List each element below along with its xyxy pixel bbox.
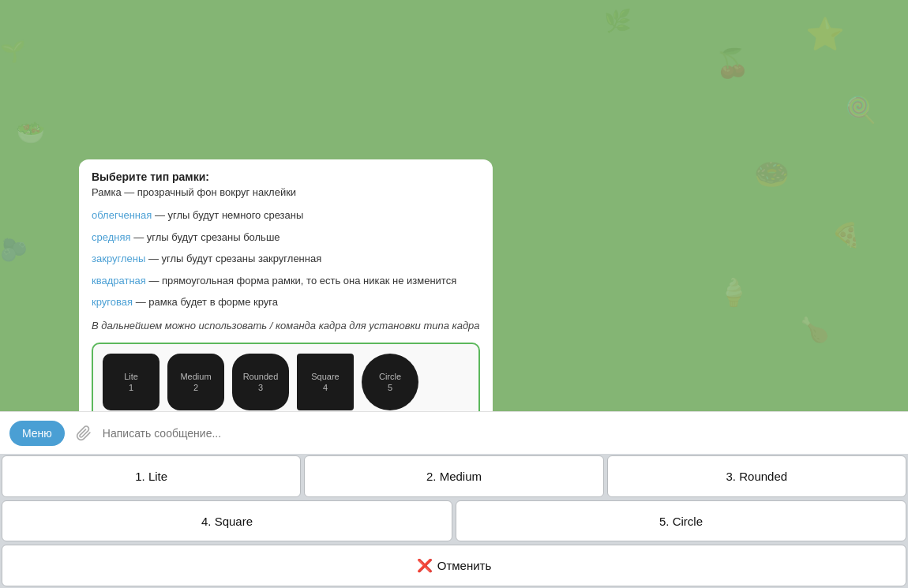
lite-button[interactable]: 1. Lite: [2, 455, 301, 497]
line-2-text: — углы будут срезаны больше: [133, 231, 280, 243]
bubble-line-1: облегченная — углы будут немного срезаны: [92, 208, 480, 223]
link-lite: облегченная: [92, 209, 152, 221]
keyboard-row-2: 4. Square 5. Circle: [0, 499, 908, 544]
line-1-text: — углы будут немного срезаны: [155, 209, 303, 221]
message-container: 🐵 Выберите тип рамки: Рамка — прозрачный…: [44, 159, 550, 448]
sticker-medium: Medium 2: [167, 354, 224, 410]
cancel-button[interactable]: ❌ Отменить: [2, 545, 906, 586]
sticker-preview: Lite 1 Medium 2 Rounded 3: [92, 343, 480, 421]
bubble-subtitle: Рамка — прозрачный фон вокруг наклейки: [92, 186, 480, 198]
message-input[interactable]: [103, 427, 899, 440]
sticker-lite-shape: Lite 1: [103, 354, 159, 410]
sticker-circle: Circle 5: [362, 354, 418, 410]
chat-area: 🐵 Выберите тип рамки: Рамка — прозрачный…: [0, 0, 908, 454]
bubble-line-4: квадратная — прямоугольная форма рамки, …: [92, 273, 480, 289]
link-rounded: закруглены: [92, 253, 145, 264]
cancel-icon: ❌: [417, 558, 433, 573]
sticker-rounded-shape: Rounded 3: [232, 354, 289, 410]
bubble-title: Выберите тип рамки:: [92, 170, 480, 183]
sticker-medium-shape: Medium 2: [167, 354, 224, 410]
message-bubble: Выберите тип рамки: Рамка — прозрачный ф…: [79, 159, 493, 448]
keyboard-row-1: 1. Lite 2. Medium 3. Rounded: [0, 454, 908, 499]
sticker-square: Square 4: [297, 354, 354, 410]
bubble-line-5: круговая — рамка будет в форме круга: [92, 294, 480, 310]
medium-button[interactable]: 2. Medium: [304, 455, 603, 497]
sticker-rounded: Rounded 3: [232, 354, 289, 410]
link-medium: средняя: [92, 231, 131, 243]
input-bar: Меню: [0, 411, 908, 454]
bubble-line-3: закруглены — углы будут срезаны закругле…: [92, 251, 480, 267]
circle-button[interactable]: 5. Circle: [456, 500, 906, 542]
sticker-lite: Lite 1: [103, 354, 159, 410]
line-3-text: — углы будут срезаны закругленная: [148, 253, 321, 264]
link-square: квадратная: [92, 275, 146, 287]
sticker-square-shape: Square 4: [297, 354, 354, 410]
menu-button[interactable]: Меню: [9, 421, 65, 446]
sticker-circle-shape: Circle 5: [362, 354, 418, 410]
rounded-button[interactable]: 3. Rounded: [607, 455, 906, 497]
link-circle: круговая: [92, 296, 133, 308]
line-4-text: — прямоугольная форма рамки, то есть она…: [148, 275, 456, 287]
attach-button[interactable]: [73, 422, 95, 444]
bubble-italic: В дальнейшем можно использовать / команд…: [92, 318, 480, 334]
cancel-label: Отменить: [437, 559, 492, 572]
keyboard-area: 1. Lite 2. Medium 3. Rounded 4. Square 5…: [0, 454, 908, 588]
square-button[interactable]: 4. Square: [2, 500, 452, 542]
bubble-line-2: средняя — углы будут срезаны больше: [92, 230, 480, 245]
line-5-text: — рамка будет в форме круга: [136, 296, 278, 308]
keyboard-row-3: ❌ Отменить: [0, 543, 908, 588]
